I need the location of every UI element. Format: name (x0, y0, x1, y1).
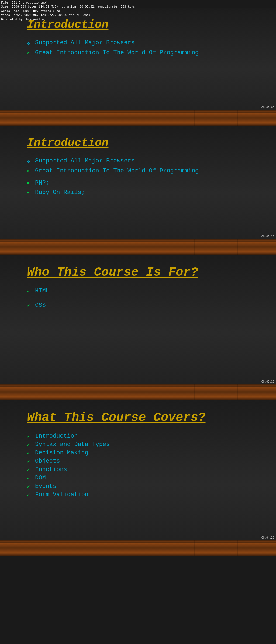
file-info-line1: File: 001 Introduction.mp4 (1, 1, 135, 5)
slide2-title: Introduction (27, 137, 260, 149)
slide1-bullets: ❖ Supported All Major Browsers ➤ Great I… (27, 39, 260, 56)
slide1-bullet1-text: Supported All Major Browsers (35, 39, 260, 46)
slide3-timestamp: 00:03:18 (261, 380, 274, 383)
slide4-item3-text: Decision Making (35, 449, 88, 456)
square-icon-1: ■ (27, 181, 32, 185)
slide2-bullet1-text: Supported All Major Browsers (35, 158, 260, 164)
slide4-item8-text: Form Validation (35, 491, 88, 498)
slide4-item-8: ✓ Form Validation (27, 491, 260, 498)
slide2-sec1-text: PHP; (35, 180, 260, 186)
slide-4: What This Course Covers? ✓ Introduction … (0, 400, 276, 556)
slide4-item2-text: Syntax and Data Types (35, 441, 110, 448)
slide3-check-1: ✓ HTML (27, 288, 260, 294)
slide2-sec2-text: Ruby On Rails; (35, 189, 260, 196)
arrow-icon-1: ➤ (27, 50, 32, 56)
slide2-secondary-1: ■ PHP; (27, 180, 260, 186)
slide2-bullet-2: ➤ Great Introduction To The World Of Pro… (27, 168, 260, 174)
slide4-title: What This Course Covers? (27, 411, 260, 425)
check-icon-1: ✓ (27, 288, 32, 294)
slide4-item5-text: Functions (35, 466, 67, 473)
slide-1: Introduction ❖ Supported All Major Brows… (0, 8, 276, 126)
diamond-icon-1: ❖ (27, 40, 32, 47)
slide3-check2-text: CSS (35, 302, 260, 309)
wood-floor-4 (0, 540, 276, 556)
wood-floor-2 (0, 239, 276, 255)
slide3-title: Who This Course Is For? (27, 265, 260, 280)
slide2-bullets: ❖ Supported All Major Browsers ➤ Great I… (27, 158, 260, 174)
slide1-bullet-1: ❖ Supported All Major Browsers (27, 39, 260, 47)
slide3-check1-text: HTML (35, 288, 260, 294)
file-info: File: 001 Introduction.mp4 Size: 1508473… (0, 0, 136, 22)
slide4-item-5: ✓ Functions (27, 466, 260, 473)
slide3-checks: ✓ HTML ✓ CSS (27, 288, 260, 309)
slide4-items: ✓ Introduction ✓ Syntax and Data Types ✓… (27, 433, 260, 498)
slide2-secondary-2: ■ Ruby On Rails; (27, 189, 260, 196)
file-info-line3: Audio: aac, 48000 Hz, stereo (und) (1, 9, 135, 13)
file-info-line4: Video: h264, yuv420p, 1280x720, 30.00 fp… (1, 13, 135, 17)
wood-floor-3 (0, 384, 276, 400)
arrow-icon-2: ➤ (27, 168, 32, 174)
square-icon-2: ■ (27, 190, 32, 195)
slide-2: Introduction ❖ Supported All Major Brows… (0, 126, 276, 255)
file-info-line2: Size: 15084739 bytes (14.39 MiB), durati… (1, 5, 135, 9)
slide4-item-7: ✓ Events (27, 483, 260, 490)
wood-floor-1 (0, 110, 276, 126)
file-info-line5: Generated by Thumbnail me (1, 17, 135, 21)
check-icon-s2: ✓ (27, 442, 32, 448)
slide4-timestamp: 00:04:28 (261, 536, 274, 539)
check-icon-2: ✓ (27, 302, 32, 308)
diamond-icon-2: ❖ (27, 158, 32, 165)
slide4-item1-text: Introduction (35, 433, 78, 439)
slide3-check-2: ✓ CSS (27, 302, 260, 309)
slide2-secondary: ■ PHP; ■ Ruby On Rails; (27, 180, 260, 196)
slide4-item-2: ✓ Syntax and Data Types (27, 441, 260, 448)
slide1-bullet2-text: Great Introduction To The World Of Progr… (35, 49, 260, 56)
check-icon-s3: ✓ (27, 450, 32, 456)
slide4-item-1: ✓ Introduction (27, 433, 260, 439)
slide-3: Who This Course Is For? ✓ HTML ✓ CSS 00:… (0, 255, 276, 400)
check-icon-s1: ✓ (27, 433, 32, 439)
check-icon-s4: ✓ (27, 458, 32, 464)
check-icon-s5: ✓ (27, 467, 32, 473)
slide4-item7-text: Events (35, 483, 56, 490)
slide1-bullet-2: ➤ Great Introduction To The World Of Pro… (27, 49, 260, 56)
slide2-timestamp: 00:02:18 (261, 235, 274, 238)
slide4-item-3: ✓ Decision Making (27, 449, 260, 456)
check-icon-s7: ✓ (27, 483, 32, 489)
slide2-bullet-1: ❖ Supported All Major Browsers (27, 158, 260, 165)
slide2-bullet2-text: Great Introduction To The World Of Progr… (35, 168, 260, 174)
slide4-item-4: ✓ Objects (27, 458, 260, 465)
slide1-timestamp: 00:01:03 (261, 106, 274, 109)
slide4-item4-text: Objects (35, 458, 60, 465)
check-icon-s6: ✓ (27, 475, 32, 481)
slide4-item6-text: DOM (35, 475, 46, 481)
check-icon-s8: ✓ (27, 492, 32, 498)
slide4-item-6: ✓ DOM (27, 475, 260, 481)
